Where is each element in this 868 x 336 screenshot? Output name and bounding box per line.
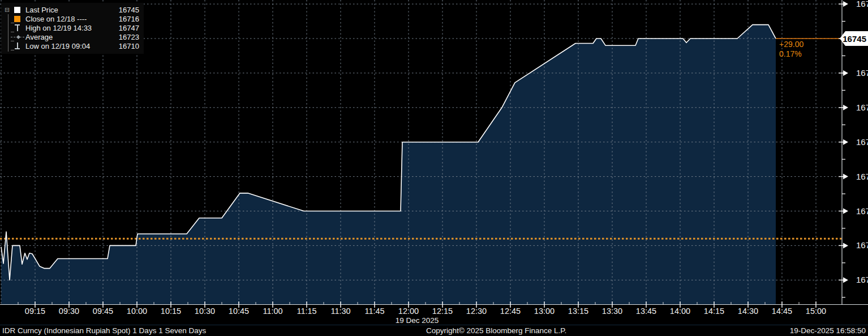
- legend-label: Last Price: [25, 6, 113, 14]
- y-axis-label: 16710: [856, 275, 868, 284]
- y-tick-arrow-icon: [843, 277, 848, 283]
- x-axis-label: 09:45: [93, 307, 113, 316]
- high-marker-icon: [14, 24, 20, 31]
- copyright-text: Copyright© 2025 Bloomberg Finance L.P.: [426, 326, 566, 335]
- footer-bar: IDR Curncy (Indonesian Rupiah Spot) 1 Da…: [0, 325, 868, 336]
- x-axis-label: 13:45: [636, 307, 656, 316]
- x-axis-label: 13:15: [568, 307, 588, 316]
- x-axis-label: 11:15: [297, 307, 316, 316]
- y-axis-label: 16740: [856, 68, 868, 78]
- y-tick-arrow-icon: [843, 105, 848, 110]
- x-axis-label: 12:45: [500, 307, 521, 316]
- area-fill: [1, 25, 776, 304]
- legend-value: 16747: [113, 24, 139, 32]
- low-marker-icon: [14, 42, 20, 49]
- y-tick-arrow-icon: [843, 174, 848, 180]
- y-tick-arrow-icon: [843, 139, 848, 145]
- last-price-swatch-icon: [14, 7, 20, 13]
- x-axis-label: 12:15: [432, 307, 453, 316]
- chart-legend: ⊟ Last Price 16745 Close on 12/18 ---- 1…: [1, 3, 144, 54]
- x-axis-label: 13:00: [534, 307, 555, 316]
- legend-row-last-price[interactable]: ⊟ Last Price 16745: [5, 5, 139, 14]
- average-marker-icon: [14, 34, 23, 40]
- price-change-annotation: +29.00 0.17%: [779, 40, 803, 59]
- x-axis-label: 14:15: [704, 307, 724, 316]
- legend-label: Low on 12/19 09:04: [25, 42, 113, 50]
- net-change-value: +29.00: [779, 40, 803, 49]
- x-axis-label: 14:30: [738, 307, 758, 316]
- x-axis-label: 15:00: [806, 307, 826, 316]
- y-tick-arrow-icon: [843, 243, 848, 248]
- legend-row-average[interactable]: Average 16723: [5, 32, 139, 41]
- y-axis-label: 16735: [856, 103, 868, 112]
- legend-label: High on 12/19 14:33: [25, 24, 113, 32]
- y-axis-label: 16750: [856, 0, 868, 8]
- y-tick-arrow-icon: [843, 209, 848, 214]
- legend-value: 16723: [113, 33, 139, 41]
- x-axis-label: 12:00: [398, 307, 419, 316]
- y-tick-arrow-icon: [843, 1, 848, 7]
- y-axis-label: 16720: [856, 206, 868, 216]
- legend-label: Average: [25, 33, 113, 41]
- y-tick-arrow-icon: [843, 70, 848, 76]
- x-axis-label: 09:15: [25, 307, 45, 316]
- y-axis-label: 16725: [856, 172, 868, 181]
- y-axis-label: 16715: [856, 240, 868, 250]
- percent-change-value: 0.17%: [779, 49, 803, 59]
- legend-collapse-icon[interactable]: ⊟: [5, 7, 14, 12]
- security-description: IDR Curncy (Indonesian Rupiah Spot) 1 Da…: [2, 326, 206, 335]
- x-axis-label: 09:30: [59, 307, 79, 316]
- bloomberg-intraday-chart-window: 1671016715167201672516730167351674016745…: [0, 0, 868, 336]
- x-axis-label: 10:45: [229, 307, 249, 316]
- x-axis-label: 14:45: [772, 307, 792, 316]
- legend-tree-connector: [8, 14, 8, 52]
- legend-value: 16745: [113, 6, 139, 14]
- legend-value: 16710: [113, 42, 139, 50]
- x-axis-label: 10:30: [195, 307, 215, 316]
- x-axis-label: 13:30: [602, 307, 622, 316]
- y-axis-label: 16730: [856, 137, 868, 147]
- legend-label: Close on 12/18 ----: [25, 15, 113, 23]
- legend-row-close[interactable]: Close on 12/18 ---- 16716: [5, 14, 139, 23]
- legend-row-low[interactable]: Low on 12/19 09:04 16710: [5, 41, 139, 50]
- axis-date-label: 19 Dec 2025: [396, 316, 439, 325]
- close-swatch-icon: [14, 16, 20, 22]
- x-axis-label: 11:45: [364, 307, 384, 316]
- x-axis-label: 12:30: [466, 307, 487, 316]
- legend-value: 16716: [113, 15, 139, 23]
- x-axis-label: 10:15: [161, 307, 181, 316]
- x-axis-label: 11:00: [263, 307, 282, 316]
- x-axis-label: 14:00: [670, 307, 690, 316]
- render-timestamp: 19-Dec-2025 16:58:50: [790, 326, 866, 335]
- x-axis-label: 11:30: [330, 307, 350, 316]
- last-price-axis-tag: 16745: [840, 31, 868, 46]
- x-axis-label: 10:00: [127, 307, 147, 316]
- legend-row-high[interactable]: High on 12/19 14:33 16747: [5, 23, 139, 32]
